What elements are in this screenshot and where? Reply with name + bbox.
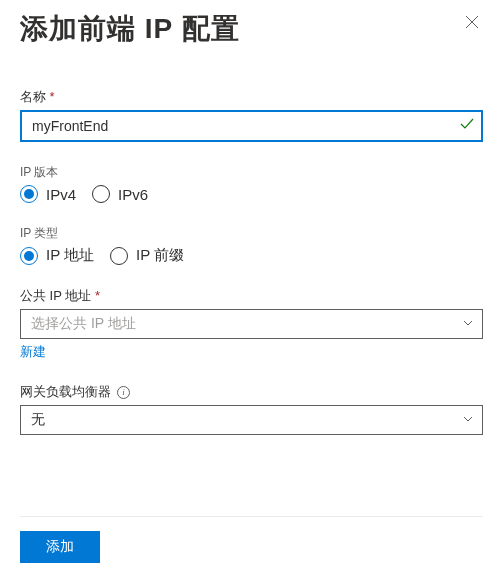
public-ip-label: 公共 IP 地址 (20, 287, 483, 305)
add-button[interactable]: 添加 (20, 531, 100, 563)
select-placeholder: 选择公共 IP 地址 (31, 315, 136, 333)
radio-unselected-icon (110, 247, 128, 265)
checkmark-icon (459, 116, 475, 136)
radio-label: IP 地址 (46, 246, 94, 265)
radio-selected-icon (20, 247, 38, 265)
info-icon[interactable]: i (117, 386, 130, 399)
ip-version-ipv6[interactable]: IPv6 (92, 185, 148, 203)
public-ip-select[interactable]: 选择公共 IP 地址 (20, 309, 483, 339)
create-new-link[interactable]: 新建 (20, 343, 46, 361)
chevron-down-icon (462, 411, 474, 429)
close-icon[interactable] (461, 10, 483, 36)
chevron-down-icon (462, 315, 474, 333)
radio-label: IPv6 (118, 186, 148, 203)
select-value: 无 (31, 411, 45, 429)
name-label: 名称 (20, 88, 483, 106)
ip-version-ipv4[interactable]: IPv4 (20, 185, 76, 203)
gateway-lb-label: 网关负载均衡器 (20, 383, 111, 401)
gateway-lb-select[interactable]: 无 (20, 405, 483, 435)
radio-unselected-icon (92, 185, 110, 203)
radio-selected-icon (20, 185, 38, 203)
ip-type-prefix[interactable]: IP 前缀 (110, 246, 184, 265)
ip-version-label: IP 版本 (20, 164, 483, 181)
panel-title: 添加前端 IP 配置 (20, 10, 240, 48)
ip-type-label: IP 类型 (20, 225, 483, 242)
radio-label: IP 前缀 (136, 246, 184, 265)
name-input[interactable] (20, 110, 483, 142)
radio-label: IPv4 (46, 186, 76, 203)
ip-type-address[interactable]: IP 地址 (20, 246, 94, 265)
